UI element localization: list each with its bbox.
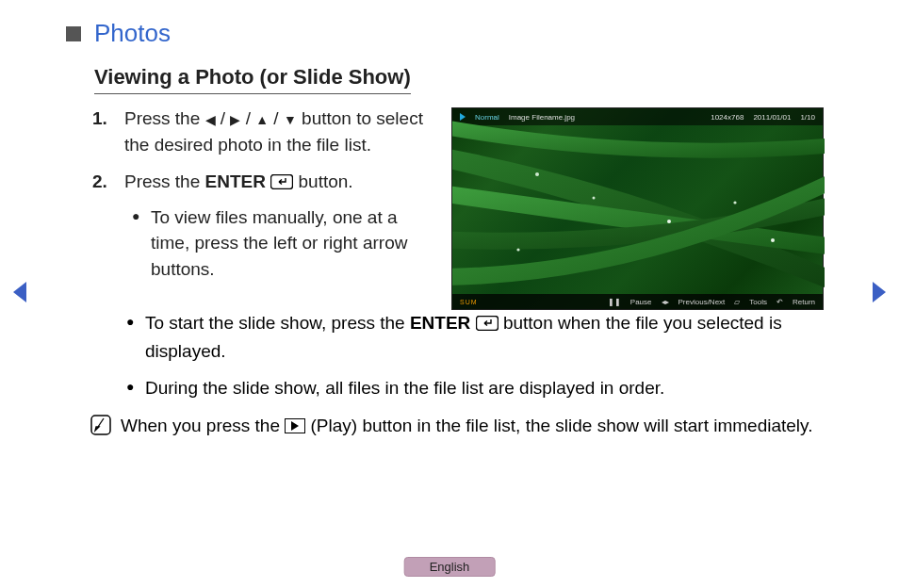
photo-preview: Normal Image Filename.jpg 1024x768 2011/… <box>451 107 824 310</box>
svg-point-1 <box>535 172 539 176</box>
sub-bullet-1: To view files manually, one at a time, p… <box>132 204 434 283</box>
enter-icon <box>270 171 293 197</box>
pause-icon: ❚❚ <box>608 298 621 306</box>
svg-point-6 <box>516 248 519 251</box>
prevnext-icon: ◂▸ <box>662 298 669 306</box>
play-icon <box>285 418 305 433</box>
step-2-text-a: Press the <box>124 172 205 191</box>
step-2-text-b: button. <box>293 172 352 191</box>
section-subtitle: Viewing a Photo (or Slide Show) <box>94 65 411 94</box>
preview-pause: Pause <box>630 298 652 306</box>
note-row: When you press the (Play) button in the … <box>90 413 824 443</box>
preview-return: Return <box>793 298 815 306</box>
step-1-text-a: Press the <box>124 108 205 128</box>
svg-point-2 <box>593 197 596 200</box>
down-arrow-icon: ▼ <box>284 112 297 127</box>
nav-prev-button[interactable] <box>9 280 28 308</box>
enter-icon-2 <box>476 312 499 338</box>
title-row: Photos <box>66 19 824 48</box>
nav-next-button[interactable] <box>871 280 890 308</box>
svg-point-5 <box>771 238 775 242</box>
return-icon: ↶ <box>776 298 783 306</box>
preview-bottom-bar: SUM ❚❚Pause ◂▸Previous/Next ▱Tools ↶Retu… <box>452 294 823 309</box>
bullet2-a: To start the slide show, press the <box>145 313 410 333</box>
sub-bullet-3: During the slide show, all files in the … <box>126 375 824 401</box>
step-2: Press the ENTER button. To view files ma… <box>92 169 434 282</box>
right-arrow-icon: ▶ <box>230 112 240 127</box>
note-a: When you press the <box>121 416 285 435</box>
language-pill[interactable]: English <box>404 557 496 577</box>
sub-bullet-2: To start the slide show, press the ENTER… <box>126 310 824 364</box>
note-text: When you press the (Play) button in the … <box>121 413 812 439</box>
step-1: Press the ◀ / ▶ / ▲ / ▼ button to select… <box>92 106 434 157</box>
left-arrow-icon: ◀ <box>205 112 216 127</box>
tools-icon: ▱ <box>734 298 740 306</box>
page-title: Photos <box>94 19 171 48</box>
section-bullet-icon <box>66 26 81 41</box>
note-b: (Play) button in the file list, the slid… <box>305 416 812 435</box>
note-icon <box>90 415 111 443</box>
svg-rect-8 <box>91 416 110 434</box>
preview-sum: SUM <box>460 299 478 305</box>
up-arrow-icon: ▲ <box>255 112 269 127</box>
preview-prevnext: Previous/Next <box>678 298 726 306</box>
enter-label: ENTER <box>205 172 266 191</box>
enter-label-2: ENTER <box>410 313 470 333</box>
preview-tools: Tools <box>749 298 767 306</box>
svg-point-3 <box>667 220 671 223</box>
preview-image <box>452 108 825 311</box>
svg-point-4 <box>733 201 736 204</box>
